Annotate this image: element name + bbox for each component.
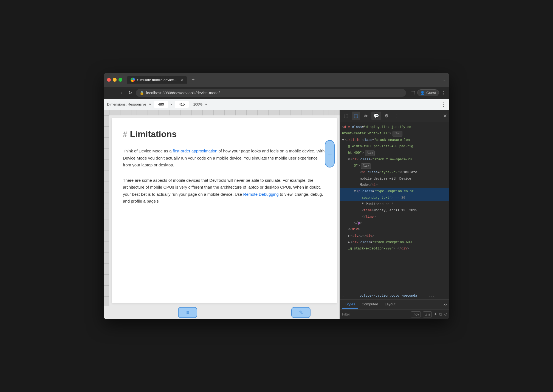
zoom-selector[interactable]: 100% [193,102,202,106]
tree-line[interactable]: g width-full pad-left-400 pad-rig [340,143,449,150]
tree-line[interactable]: Mode</h1> [340,182,449,188]
tree-line[interactable]: </div> [340,226,449,233]
maximize-traffic-light[interactable] [119,78,122,82]
bottom-menu-button[interactable]: ≡ [178,307,197,318]
tree-line[interactable]: ht-400">flex [340,150,449,157]
tab-computed[interactable]: Computed [358,300,381,309]
copy-styles-button[interactable]: ⧉ [439,312,442,317]
devtools-panel: ⬚ ⬚ ≫ 💬 ⚙ ⋮ ✕ <div class="display-flex j… [340,110,449,319]
tree-line[interactable]: mobile devices with Device [340,176,449,182]
dropdown-arrow-icon: ▼ [148,103,152,106]
close-traffic-light[interactable] [107,78,111,82]
toggle-styles-button[interactable]: ◁ [444,312,447,317]
page-viewport: # Limitations Think of Device Mode as a … [104,110,340,319]
device-toolbar-more-icon[interactable]: ⋮ [441,101,446,107]
bookmark-icon[interactable]: ⬚ [410,90,415,96]
more-tools-button[interactable]: ≫ [361,112,370,120]
styles-tabs: Styles Computed Layout >> [340,300,449,309]
tree-line[interactable]: " Published on " [340,201,449,208]
tab-menu-arrow-icon[interactable]: ⌄ [443,78,446,82]
first-order-link[interactable]: first-order approximation [173,149,218,153]
tab-layout[interactable]: Layout [381,300,399,309]
console-button[interactable]: 💬 [371,112,381,120]
breadcrumb-dots-left: ... [342,294,348,297]
remote-debugging-link[interactable]: Remote Debugging [243,192,279,197]
styles-filter-bar: :hov .cls + ⧉ ◁ [340,309,449,319]
tree-line[interactable]: ▶<div>…</div> [340,233,449,239]
bottom-bar: ≡ ✎ [104,306,340,319]
heading-hash: # [123,130,127,139]
new-tab-button[interactable]: + [189,76,197,84]
tree-line[interactable]: <time>Monday, April 13, 2015 [340,208,449,214]
minimize-traffic-light[interactable] [113,78,117,82]
address-bar-input[interactable]: 🔒 localhost:8080/docs/devtools/device-mo… [136,89,406,97]
avatar-icon: 👤 [420,91,425,95]
main-area: # Limitations Think of Device Mode as a … [104,110,449,319]
tree-line[interactable]: </p> [340,220,449,226]
page-content: # Limitations Think of Device Mode as a … [112,118,337,303]
devtools-close-button[interactable]: ✕ [443,113,447,119]
lock-icon: 🔒 [140,91,144,95]
selected-tree-line-2[interactable]: -secondary-text"> == $0 [340,195,449,201]
device-toolbar: Dimensions: Responsive ▼ × 100% ▼ ⋮ [104,99,449,110]
breadcrumb-bar: ... p.type--caption.color-seconda ... [340,291,449,300]
scroll-handle-lines [328,153,332,155]
active-tab[interactable]: Simulate mobile devices with D × [127,76,187,84]
dimensions-label: Dimensions: Responsive [107,102,146,106]
edit-icon: ✎ [299,309,303,316]
page-heading: # Limitations [123,129,326,139]
tree-line[interactable]: ▼<div class="stack flow-space-20 [340,157,449,163]
devtools-more-button[interactable]: ⋮ [392,112,400,120]
paragraph-1: Think of Device Mode as a first-order ap… [123,147,326,169]
guest-label: Guest [426,91,436,95]
styles-filter-input[interactable] [342,312,409,316]
cursor-tool-button[interactable]: ⬚ [342,112,351,120]
add-style-button[interactable]: + [434,311,437,317]
ruler-horizontal [104,110,340,115]
scroll-line-1 [328,153,332,153]
ruler-vertical [104,115,109,306]
hover-filter-button[interactable]: :hov [411,311,421,317]
breadcrumb-item[interactable]: p.type--caption.color-seconda [360,294,417,297]
styles-more-icon[interactable]: >> [443,302,447,307]
guest-button[interactable]: 👤 Guest [417,89,439,96]
back-button[interactable]: ← [107,89,115,96]
scroll-line-2 [328,155,332,155]
url-text: localhost:8080/docs/devtools/device-mode… [146,91,220,95]
height-input[interactable] [175,101,189,108]
browser-more-icon[interactable]: ⋮ [441,90,446,96]
tab-styles[interactable]: Styles [342,300,358,309]
tree-line[interactable]: lg:stack-exception-700"> </div> [340,246,449,252]
tree-line[interactable]: 0">flex [340,163,449,169]
tab-title: Simulate mobile devices with D [137,78,179,82]
width-input[interactable] [154,101,168,108]
address-bar: ← → ↻ 🔒 localhost:8080/docs/devtools/dev… [104,87,449,99]
menu-icon: ≡ [186,310,189,316]
class-filter-button[interactable]: .cls [423,311,432,317]
device-mode-button[interactable]: ⬚ [352,112,360,120]
tree-line[interactable]: </time> [340,214,449,220]
html-tree: <div class="display-flex justify-co nten… [340,122,449,291]
tree-line[interactable]: ▼<article class="stack measure-lon [340,137,449,143]
page-content-wrap: # Limitations Think of Device Mode as a … [104,115,340,306]
dimension-separator: × [170,102,173,106]
tree-line[interactable]: <div class="display-flex justify-co [340,124,449,130]
filter-icons: ⧉ ◁ [439,312,447,317]
breadcrumb-dots-right: ... [429,294,435,297]
selected-tree-line[interactable]: ▼<p class="type--caption color [340,188,449,195]
tab-bar: Simulate mobile devices with D × + ⌄ [127,76,446,84]
settings-button[interactable]: ⚙ [382,112,391,120]
tab-close-icon[interactable]: × [181,78,183,82]
refresh-button[interactable]: ↻ [127,89,134,96]
heading-text: Limitations [130,129,177,139]
tree-line[interactable]: <h1 class="type--h2">Simulate [340,169,449,176]
paragraph-2: There are some aspects of mobile devices… [123,177,326,205]
traffic-lights [107,78,122,82]
tree-line[interactable]: ▶<div class="stack-exception-600 [340,239,449,246]
forward-button[interactable]: → [117,89,125,96]
tree-line[interactable]: ntent-center width-full">flex [340,130,449,137]
devtools-toolbar: ⬚ ⬚ ≫ 💬 ⚙ ⋮ ✕ [340,110,449,122]
bottom-edit-button[interactable]: ✎ [291,307,311,318]
scroll-handle[interactable] [325,140,335,167]
title-bar: Simulate mobile devices with D × + ⌄ [104,73,449,87]
